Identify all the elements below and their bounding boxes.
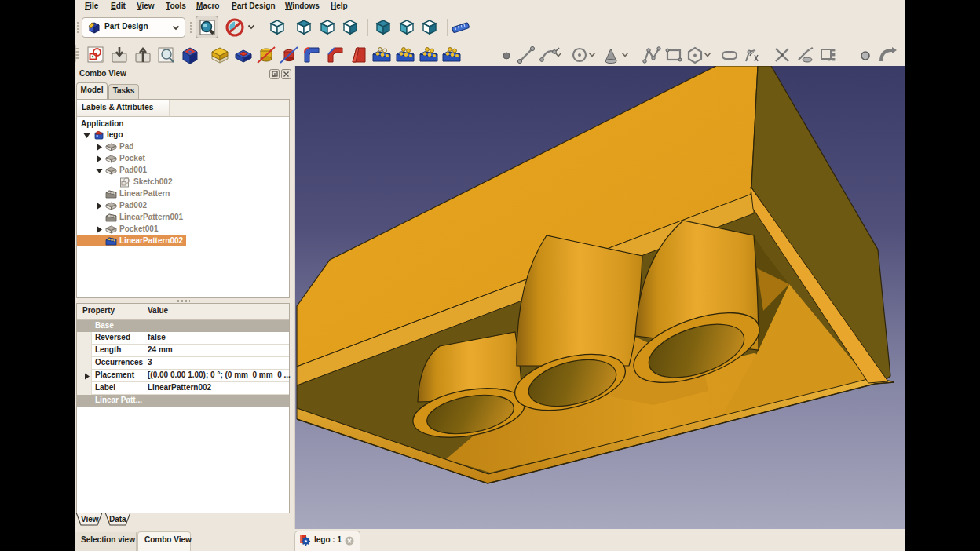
svg-text:Data: Data [109, 515, 126, 524]
svg-text:View: View [81, 515, 99, 524]
